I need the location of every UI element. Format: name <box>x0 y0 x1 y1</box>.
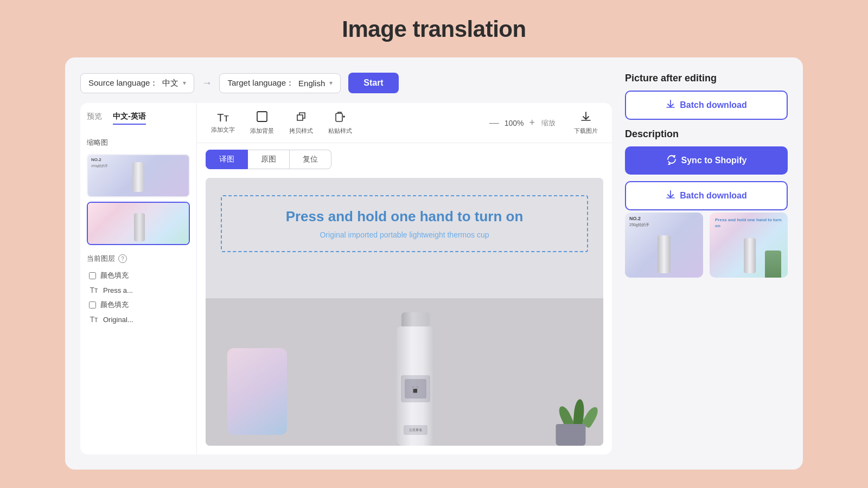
source-language-select[interactable]: Source language： 中文 ▾ <box>80 73 194 93</box>
preview-grid: NO.2 250g轻的手 Press and hold one hand to … <box>625 213 788 278</box>
cup-bottom-label: 注意事项 <box>409 428 422 433</box>
cup-body: ←→⬛ 注意事项 <box>397 326 435 446</box>
tab-reset[interactable]: 复位 <box>290 150 331 169</box>
pt2-text: Press and hold one hand to turn on <box>715 217 782 229</box>
add-text-icon: Tт <box>217 112 228 124</box>
copy-style-label: 拷贝样式 <box>289 127 313 135</box>
pt1-label: NO.2 <box>629 216 641 221</box>
thumbnail-item-2[interactable] <box>87 202 190 245</box>
batch-download-bottom-label: Batch download <box>680 191 747 201</box>
batch-download-top-button[interactable]: Batch download <box>625 91 788 120</box>
preview-thumb-2[interactable]: Press and hold one hand to turn on <box>710 213 788 278</box>
source-lang-label: Source language： <box>88 78 158 88</box>
preview-thumb-1[interactable]: NO.2 250g轻的手 <box>625 213 703 278</box>
pt2-plant <box>765 251 781 278</box>
layer-item-text-original: Tт Original... <box>87 312 190 326</box>
target-lang-value: English <box>298 79 325 88</box>
pink-card <box>227 348 287 435</box>
overlay-subtitle-text: Original imported portable lightweight t… <box>235 230 574 239</box>
pt2-cup <box>744 238 756 273</box>
cup-lid <box>401 312 430 328</box>
page-title: Image translation <box>342 16 526 42</box>
add-bg-label: 添加背景 <box>250 127 274 135</box>
layer-label-color-fill-1: 颜色填充 <box>100 271 129 280</box>
add-text-button[interactable]: Tт 添加文字 <box>206 110 240 136</box>
canvas-area: Tт 添加文字 添加背景 <box>197 103 612 454</box>
pt1-subtext: 250g轻的手 <box>629 222 699 227</box>
layer-label-text-original: Original... <box>103 316 133 324</box>
sidebar-tabs: 预览 中文-英语 <box>87 112 190 125</box>
start-button[interactable]: Start <box>348 73 398 93</box>
editor-content: 预览 中文-英语 缩略图 NO.2 250g轻的手 <box>80 103 612 454</box>
toolbar: Tт 添加文字 添加背景 <box>197 103 612 143</box>
canvas-image: ←→⬛ 注意事项 <box>206 178 603 446</box>
layer-item-color-fill-2: 颜色填充 <box>87 297 190 312</box>
editor-area: Source language： 中文 ▾ → Target language：… <box>80 73 612 454</box>
zoom-minus-button[interactable]: — <box>487 116 501 130</box>
add-bg-button[interactable]: 添加背景 <box>245 108 279 137</box>
download-img-button[interactable]: 下载图片 <box>569 108 603 137</box>
plant-pot <box>556 424 586 446</box>
question-icon: ? <box>118 254 127 263</box>
zoom-value: 100% <box>505 119 524 127</box>
layer-item-text-press: Tт Press a... <box>87 283 190 297</box>
batch-download-bottom-button[interactable]: Batch download <box>625 181 788 210</box>
color-fill-checkbox-1[interactable] <box>89 272 96 279</box>
right-panel: Picture after editing Batch download Des… <box>625 73 788 454</box>
download-icon-bottom <box>666 190 675 202</box>
picture-after-editing-title: Picture after editing <box>625 73 788 84</box>
svg-rect-1 <box>336 113 342 121</box>
layer-item-color-fill-1: 颜色填充 <box>87 268 190 283</box>
add-text-label: 添加文字 <box>211 126 235 134</box>
tab-translated[interactable]: 译图 <box>206 150 248 169</box>
paste-style-button[interactable]: 粘贴样式 <box>323 108 358 137</box>
zoom-plus-button[interactable]: + <box>527 116 537 130</box>
sync-shopify-label: Sync to Shopify <box>681 156 747 165</box>
cup-label-area: ←→⬛ <box>401 375 430 402</box>
text-icon-1: Tт <box>89 286 99 294</box>
paste-style-label: 粘贴样式 <box>328 127 352 135</box>
thumbnail-item-1[interactable]: NO.2 250g轻的手 <box>87 154 190 197</box>
tab-original[interactable]: 原图 <box>248 150 290 169</box>
tab-preview[interactable]: 预览 <box>87 112 102 125</box>
download-icon-top <box>666 99 675 111</box>
tab-zh-en[interactable]: 中文-英语 <box>113 112 146 125</box>
layer-header: 当前图层 ? <box>87 254 190 264</box>
batch-download-top-label: Batch download <box>680 100 747 110</box>
download-img-label: 下载图片 <box>574 127 598 135</box>
thumbnail-image-2 <box>88 203 189 244</box>
source-lang-value: 中文 <box>162 78 178 88</box>
svg-rect-0 <box>257 112 267 121</box>
sync-shopify-button[interactable]: Sync to Shopify <box>625 146 788 175</box>
color-fill-checkbox-2[interactable] <box>89 301 96 309</box>
thumbnail-label: 缩略图 <box>87 138 190 147</box>
canvas-wrapper: ←→⬛ 注意事项 <box>197 169 612 454</box>
source-lang-chevron-icon: ▾ <box>183 79 186 87</box>
zoom-control: — 100% + 缩放 <box>487 116 556 130</box>
layer-label-text-press: Press a... <box>103 286 133 294</box>
zoom-label: 缩放 <box>541 118 556 128</box>
paste-style-icon <box>334 111 346 125</box>
thermos-cup: ←→⬛ 注意事项 <box>388 305 443 446</box>
view-tabs: 译图 原图 复位 <box>197 143 612 169</box>
top-bar: Source language： 中文 ▾ → Target language：… <box>80 73 612 93</box>
layer-section: 当前图层 ? 颜色填充 Tт Press a... <box>87 254 190 326</box>
sidebar: 预览 中文-英语 缩略图 NO.2 250g轻的手 <box>80 103 197 454</box>
add-bg-icon <box>256 111 268 125</box>
target-lang-label: Target language： <box>227 78 294 88</box>
text-icon-2: Tт <box>89 315 99 324</box>
main-container: Source language： 中文 ▾ → Target language：… <box>65 57 803 470</box>
overlay-title-text: Press and hold one hand to turn on <box>235 208 574 225</box>
download-img-icon <box>580 111 592 125</box>
copy-style-button[interactable]: 拷贝样式 <box>284 108 318 137</box>
target-language-select[interactable]: Target language： English ▾ <box>219 73 341 93</box>
description-section: Description Sync to Shopify <box>625 129 788 278</box>
picture-after-editing-section: Picture after editing Batch download <box>625 73 788 120</box>
copy-style-icon <box>295 111 307 125</box>
sync-icon <box>666 154 677 167</box>
description-title: Description <box>625 129 788 140</box>
pt1-cup <box>658 235 671 273</box>
layer-label: 当前图层 <box>87 254 115 264</box>
text-overlay-box[interactable]: Press and hold one hand to turn on Origi… <box>221 195 588 252</box>
layer-label-color-fill-2: 颜色填充 <box>100 300 129 310</box>
